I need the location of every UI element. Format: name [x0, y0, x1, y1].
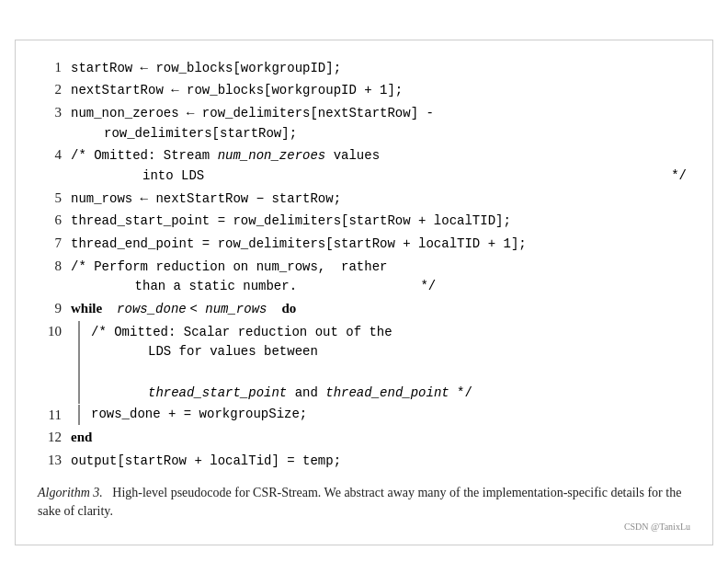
algorithm-body: 1 startRow ← row_blocks[workgroupID]; 2 … [38, 57, 690, 472]
line-num-2: 2 [38, 79, 62, 100]
line-content-3: num_non_zeroes ← row_delimiters[nextStar… [71, 102, 690, 143]
line-num-6: 6 [38, 210, 62, 231]
watermark: CSDN @TanixLu [38, 522, 690, 532]
vbar-10 [78, 321, 80, 404]
line-num-7: 7 [38, 233, 62, 254]
line-num-10: 10 [38, 321, 62, 342]
line-num-11: 11 [38, 405, 62, 426]
caption-label: Algorithm 3. [38, 486, 103, 499]
caption-text: High-level pseudocode for CSR-Stream. We… [38, 486, 681, 518]
line-5: 5 num_rows ← nextStartRow − startRow; [38, 188, 690, 210]
line-content-6: thread_start_point = row_delimiters[star… [71, 210, 690, 232]
line-content-4: /* Omitted: Stream num_non_zeroes values… [71, 144, 690, 186]
line-10: 10 /* Omitted: Scalar reduction out of t… [38, 321, 690, 404]
algorithm-box: 1 startRow ← row_blocks[workgroupID]; 2 … [15, 40, 713, 546]
line-content-11: rows_done + = workgroupSize; [71, 405, 690, 425]
vbar-11 [78, 405, 80, 425]
line-content-12: end [71, 427, 690, 448]
line-content-8: /* Perform reduction on num_rows, rather… [71, 256, 690, 297]
line-13: 13 output[startRow + localTid] = temp; [38, 450, 690, 472]
line-2: 2 nextStartRow ← row_blocks[workgroupID … [38, 79, 690, 101]
line-content-2: nextStartRow ← row_blocks[workgroupID + … [71, 79, 690, 101]
line-9: 9 while rows_done < num_rows do [38, 298, 690, 320]
caption: Algorithm 3. High-level pseudocode for C… [38, 484, 690, 520]
line-num-4: 4 [38, 144, 62, 166]
line-num-3: 3 [38, 102, 62, 123]
line-6: 6 thread_start_point = row_delimiters[st… [38, 210, 690, 232]
line-1: 1 startRow ← row_blocks[workgroupID]; [38, 57, 690, 79]
line-num-12: 12 [38, 427, 62, 448]
line-7: 7 thread_end_point = row_delimiters[star… [38, 233, 690, 255]
line-content-5: num_rows ← nextStartRow − startRow; [71, 188, 690, 210]
line-num-5: 5 [38, 188, 62, 209]
line-content-10: /* Omitted: Scalar reduction out of the … [71, 321, 690, 404]
line-content-13: output[startRow + localTid] = temp; [71, 450, 690, 472]
line-4: 4 /* Omitted: Stream num_non_zeroes valu… [38, 144, 690, 186]
line-num-9: 9 [38, 298, 62, 319]
line-num-8: 8 [38, 256, 62, 277]
line-11: 11 rows_done + = workgroupSize; [38, 405, 690, 426]
line-num-13: 13 [38, 450, 62, 471]
line-3: 3 num_non_zeroes ← row_delimiters[nextSt… [38, 102, 690, 143]
line-content-1: startRow ← row_blocks[workgroupID]; [71, 57, 690, 79]
line-num-1: 1 [38, 57, 62, 78]
line-content-9: while rows_done < num_rows do [71, 298, 690, 320]
line-8: 8 /* Perform reduction on num_rows, rath… [38, 256, 690, 297]
line-12: 12 end [38, 427, 690, 448]
line-content-7: thread_end_point = row_delimiters[startR… [71, 233, 690, 255]
